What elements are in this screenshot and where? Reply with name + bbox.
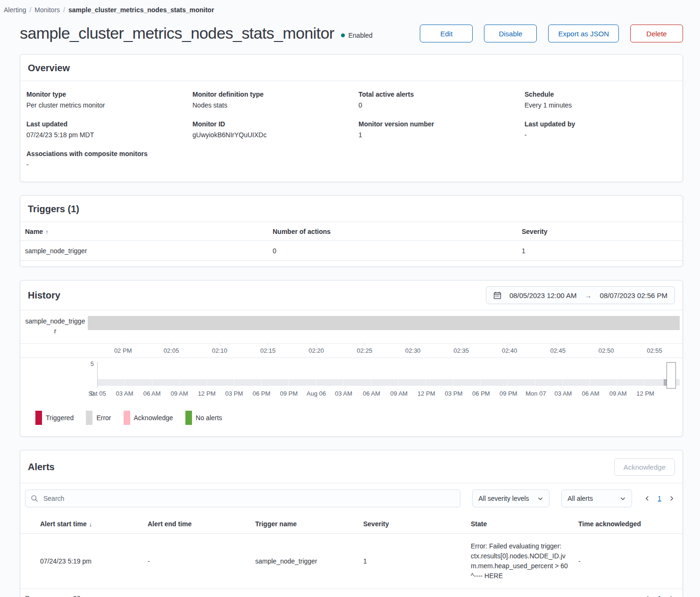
x-axis-tick: 03 AM — [555, 390, 572, 397]
timeline-tick: 02:05 — [164, 347, 179, 354]
timeline-tick: 02:45 — [550, 347, 566, 354]
alerts-col-state[interactable]: State — [471, 520, 578, 528]
time-range-brush[interactable] — [667, 362, 676, 389]
alerts-col-severity[interactable]: Severity — [363, 520, 471, 528]
x-axis-tick: Sat 05 — [88, 390, 106, 397]
chevron-down-icon — [537, 496, 543, 502]
timeline-tick: 02:35 — [454, 347, 469, 354]
x-axis-tick: 06 PM — [472, 390, 490, 397]
date-range-end[interactable]: 08/07/2023 02:56 PM — [600, 291, 667, 299]
alert-severity: 1 — [363, 557, 471, 565]
field-monitor-definition-type: Monitor definition type Nodes stats — [192, 91, 358, 109]
chevron-down-icon — [620, 496, 626, 502]
previous-page-icon[interactable] — [644, 595, 650, 597]
alert-count-band — [98, 379, 680, 386]
field-monitor-id: Monitor ID gUwyiokB6NIrYQuUIXDc — [192, 120, 358, 139]
x-axis-tick: 09 AM — [390, 390, 408, 397]
next-page-icon[interactable] — [668, 595, 675, 597]
overview-panel: Overview Monitor type Per cluster metric… — [20, 54, 683, 182]
x-axis-tick: 03 PM — [445, 390, 463, 397]
alerts-col-trigger-name[interactable]: Trigger name — [255, 520, 363, 528]
page-number[interactable]: 1 — [658, 595, 661, 597]
no-alerts-swatch-icon — [185, 411, 192, 425]
timeline-tick: 02:30 — [405, 347, 421, 354]
triggers-col-severity[interactable]: Severity — [522, 228, 678, 235]
acknowledge-button[interactable]: Acknowledge — [614, 458, 675, 476]
alerts-col-end-time[interactable]: Alert end time — [148, 520, 255, 528]
history-panel: History 08/05/2023 12:00 AM → 08/07/2023… — [20, 280, 683, 437]
alerts-search — [25, 489, 460, 507]
legend-item-error: Error — [86, 411, 111, 425]
history-legend: Triggered Error Acknowledge No alerts — [35, 411, 683, 425]
x-axis-tick: 06 AM — [143, 390, 161, 397]
export-json-button[interactable]: Export as JSON — [548, 25, 619, 42]
alert-end-time: - — [148, 557, 255, 565]
x-axis-tick: 09 PM — [500, 390, 517, 397]
x-axis-tick: 03 AM — [335, 390, 352, 397]
breadcrumb-monitors[interactable]: Monitors — [34, 6, 60, 14]
x-axis-tick: 12 PM — [636, 390, 654, 397]
next-page-icon[interactable] — [668, 495, 675, 502]
acknowledge-swatch-icon — [124, 411, 130, 425]
search-icon — [31, 495, 38, 502]
y-axis-tick: 5 — [81, 360, 94, 367]
timeline-divider — [20, 357, 683, 358]
alert-state-filter-select[interactable]: All alerts — [561, 489, 632, 507]
alerts-col-start-time[interactable]: Alert start time↓ — [40, 520, 148, 528]
disable-button[interactable]: Disable — [484, 25, 537, 42]
triggers-col-name[interactable]: Name↑ — [25, 228, 273, 235]
breadcrumb-alerting[interactable]: Alerting — [4, 6, 26, 14]
timeline-tick: 02:10 — [212, 347, 227, 354]
enabled-dot-icon — [341, 33, 345, 37]
x-axis-tick: 12 PM — [417, 390, 435, 397]
trigger-timeline: sample_node_trigger — [20, 310, 683, 336]
x-axis-tick: 12 PM — [198, 390, 216, 397]
date-range-start[interactable]: 08/05/2023 12:00 AM — [509, 291, 577, 299]
triggered-swatch-icon — [35, 411, 42, 425]
page-number[interactable]: 1 — [658, 495, 661, 502]
timeline-tick: 02 PM — [114, 347, 132, 354]
severity-filter-select[interactable]: All severity levels — [472, 489, 550, 507]
alert-row: 07/24/23 5:19 pm - sample_node_trigger 1… — [20, 534, 683, 589]
timeline-error-bar[interactable] — [88, 316, 680, 330]
edit-button[interactable]: Edit — [420, 25, 473, 42]
rows-per-page-select[interactable]: Rows per page: 20 — [25, 595, 89, 597]
history-title: History — [28, 290, 60, 301]
timeline-axis: 02 PM 02:05 02:10 02:15 02:20 02:25 02:3… — [20, 343, 683, 357]
alert-state: Error: Failed evaluating trigger: ctx.re… — [471, 541, 578, 581]
alerts-panel: Alerts Acknowledge All severity levels A… — [20, 450, 683, 597]
delete-button[interactable]: Delete — [630, 25, 683, 42]
field-last-updated: Last updated 07/24/23 5:18 pm MDT — [26, 120, 192, 139]
breadcrumb-current-monitor: sample_cluster_metrics_nodes_stats_monit… — [68, 6, 214, 14]
triggers-table-header: Name↑ Number of actions Severity — [20, 222, 683, 241]
legend-item-acknowledge: Acknowledge — [124, 411, 173, 425]
breadcrumb-separator: / — [29, 6, 31, 14]
date-range-picker[interactable]: 08/05/2023 12:00 AM → 08/07/2023 02:56 P… — [486, 286, 675, 304]
x-axis-tick: 09 PM — [280, 390, 298, 397]
alerts-col-time-acknowledged[interactable]: Time acknowledged — [578, 520, 678, 528]
timeline-tick: 02:55 — [647, 347, 662, 354]
x-axis-tick: 03 AM — [116, 390, 133, 397]
alerts-table-header: Alert start time↓ Alert end time Trigger… — [20, 514, 683, 534]
triggers-title: Triggers (1) — [28, 204, 79, 215]
error-swatch-icon — [86, 411, 92, 425]
trigger-row: sample_node_trigger 0 1 — [20, 241, 683, 261]
triggers-col-actions[interactable]: Number of actions — [273, 228, 522, 235]
previous-page-icon[interactable] — [644, 495, 650, 502]
timeline-tick: 02:15 — [260, 347, 276, 354]
arrow-right-icon: → — [585, 291, 592, 299]
x-axis-tick: 06 AM — [363, 390, 380, 397]
x-axis-tick: Aug 06 — [307, 390, 326, 397]
timeline-tick: 02:25 — [357, 347, 373, 354]
x-axis-tick: Mon 07 — [525, 390, 546, 397]
x-axis-tick: 09 AM — [609, 390, 627, 397]
timeline-tick: 02:40 — [502, 347, 517, 354]
history-overview-chart: 5 0 Sat 05 03 AM 06 AM 09 AM 12 PM 03 PM… — [20, 362, 683, 398]
field-composite-associations: Associations with composite monitors - — [26, 150, 192, 168]
status-badge: Enabled — [341, 32, 372, 42]
sort-asc-icon: ↑ — [45, 228, 49, 235]
status-label: Enabled — [348, 32, 372, 39]
breadcrumb: Alerting / Monitors / sample_cluster_met… — [0, 0, 700, 14]
search-input[interactable] — [42, 494, 455, 503]
timeline-tick: 02:20 — [308, 347, 324, 354]
